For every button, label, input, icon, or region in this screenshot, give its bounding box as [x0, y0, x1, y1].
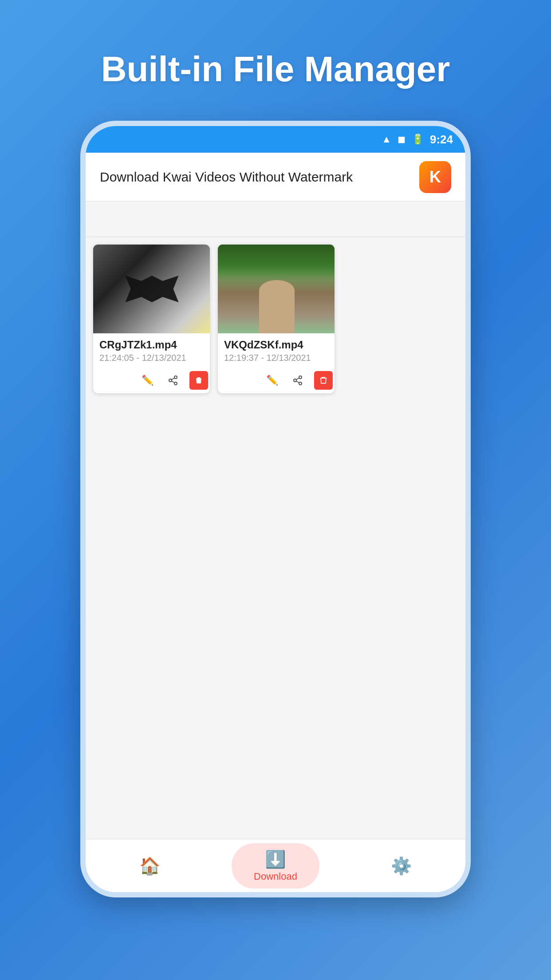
share-button-2[interactable] [288, 371, 307, 390]
app-icon: K [419, 161, 451, 193]
share-button-1[interactable] [164, 371, 182, 390]
svg-line-4 [172, 378, 175, 380]
video-filename-1: CRgJTZk1.mp4 [99, 339, 204, 351]
phone-wrapper: ▲ ◼ 🔋 9:24 Download Kwai Videos Without … [80, 121, 471, 897]
video-actions-2: ✏️ [218, 371, 335, 393]
video-thumbnail-1 [93, 245, 210, 333]
svg-point-2 [174, 382, 177, 385]
status-bar: ▲ ◼ 🔋 9:24 [86, 126, 465, 153]
video-card-1[interactable]: CRgJTZk1.mp4 21:24:05 - 12/13/2021 ✏️ [93, 244, 210, 394]
nav-settings[interactable]: ⚙️ [391, 856, 412, 876]
video-date-2: 12:19:37 - 12/13/2021 [224, 353, 328, 363]
svg-point-7 [299, 382, 302, 385]
app-bar: Download Kwai Videos Without Watermark K [86, 153, 465, 202]
svg-point-6 [294, 379, 296, 382]
search-area [86, 202, 465, 237]
download-label: Download [254, 871, 297, 882]
video-thumbnail-2 [218, 245, 335, 333]
video-grid: CRgJTZk1.mp4 21:24:05 - 12/13/2021 ✏️ [93, 244, 458, 394]
video-info-2: VKQdZSKf.mp4 12:19:37 - 12/13/2021 [218, 333, 335, 371]
svg-line-8 [296, 381, 299, 383]
video-card-2[interactable]: VKQdZSKf.mp4 12:19:37 - 12/13/2021 ✏️ [217, 244, 335, 394]
svg-point-0 [174, 376, 177, 379]
nav-download[interactable]: ⬇️ Download [232, 843, 319, 889]
video-info-1: CRgJTZk1.mp4 21:24:05 - 12/13/2021 [93, 333, 210, 371]
battery-icon: 🔋 [412, 134, 424, 145]
wifi-icon: ▲ [382, 134, 391, 145]
page-title: Built-in File Manager [101, 49, 450, 90]
delete-button-2[interactable] [314, 371, 333, 390]
status-time: 9:24 [430, 133, 453, 146]
app-bar-title: Download Kwai Videos Without Watermark [100, 170, 353, 185]
settings-icon: ⚙️ [391, 856, 412, 876]
content-area: CRgJTZk1.mp4 21:24:05 - 12/13/2021 ✏️ [86, 237, 465, 839]
video-date-1: 21:24:05 - 12/13/2021 [99, 353, 204, 363]
bottom-nav: 🏠 ⬇️ Download ⚙️ [86, 839, 465, 892]
edit-button-2[interactable]: ✏️ [263, 371, 281, 390]
svg-line-9 [296, 378, 299, 380]
nav-home[interactable]: 🏠 [139, 856, 160, 876]
phone-screen: ▲ ◼ 🔋 9:24 Download Kwai Videos Without … [86, 126, 465, 892]
svg-line-3 [172, 381, 175, 383]
video-filename-2: VKQdZSKf.mp4 [224, 339, 328, 351]
download-icon: ⬇️ [265, 850, 286, 869]
svg-point-5 [299, 376, 302, 379]
delete-button-1[interactable] [189, 371, 208, 390]
signal-icon: ◼ [398, 134, 405, 145]
home-icon: 🏠 [139, 856, 160, 876]
thumbnail-path [218, 245, 335, 333]
svg-point-1 [169, 379, 172, 382]
edit-button-1[interactable]: ✏️ [138, 371, 157, 390]
thumbnail-bird [93, 245, 210, 333]
video-actions-1: ✏️ [93, 371, 210, 393]
